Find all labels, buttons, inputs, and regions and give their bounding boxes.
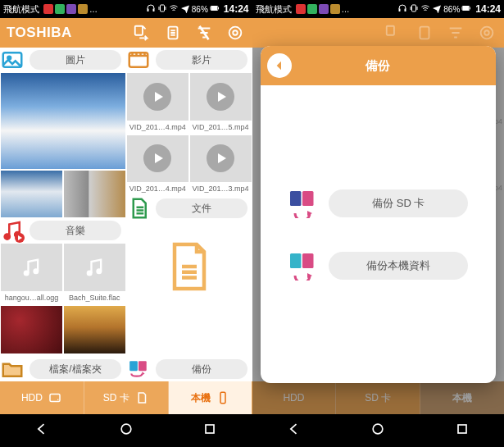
modal-row-sd: 備份 SD 卡 <box>288 189 468 218</box>
backup-sd-button[interactable]: 備份 SD 卡 <box>329 189 468 217</box>
airplane-icon <box>180 3 190 15</box>
modal-row-local: 備份本機資料 <box>288 251 468 281</box>
phone-right: 飛航模式 … 86% 14:24 X mp4 mp4 <box>252 0 505 447</box>
recents-icon[interactable] <box>202 421 218 440</box>
home-icon[interactable] <box>370 421 386 440</box>
tab-local[interactable]: 本機 <box>169 381 252 414</box>
svg-rect-32 <box>387 26 394 35</box>
video-caption: VID_201…3.mp4 <box>189 183 252 196</box>
svg-rect-26 <box>399 9 401 12</box>
transfer-icon[interactable] <box>131 22 152 43</box>
backup-modal: 備份 備份 SD 卡 備份本機資料 <box>261 46 497 383</box>
docs-empty <box>126 221 252 357</box>
home-icon[interactable] <box>118 421 134 440</box>
music-thumb[interactable] <box>1 244 62 291</box>
videos-button[interactable]: 影片 <box>156 50 247 70</box>
svg-point-16 <box>87 271 93 276</box>
svg-rect-41 <box>302 253 314 268</box>
video-thumb[interactable] <box>190 73 252 121</box>
more-icon: … <box>342 5 350 14</box>
svg-point-24 <box>121 424 131 434</box>
back-icon[interactable] <box>286 421 302 440</box>
video-thumb[interactable] <box>190 135 252 183</box>
docs-button[interactable]: 文件 <box>156 198 247 218</box>
tab-hdd[interactable]: HDD <box>0 381 84 414</box>
source-tabs: HDD SD 卡 本機 <box>0 381 252 414</box>
app-dot-icon <box>319 4 329 14</box>
svg-rect-2 <box>160 5 164 11</box>
app-dot-icon <box>307 4 317 14</box>
airplane-mode-label: 飛航模式 <box>3 3 39 16</box>
picture-thumb[interactable] <box>1 171 62 218</box>
battery-icon <box>461 3 471 15</box>
pictures-icon <box>0 48 25 72</box>
app-dot-icon <box>296 4 306 14</box>
pictures-button[interactable]: 圖片 <box>30 50 121 70</box>
docs-icon <box>126 196 151 221</box>
tab-local-label: 本機 <box>452 391 472 405</box>
settings-icon[interactable] <box>225 22 246 43</box>
svg-point-17 <box>97 268 102 274</box>
play-icon <box>143 144 171 172</box>
tab-hdd-label: HDD <box>283 392 304 404</box>
svg-rect-40 <box>290 253 302 268</box>
headphones-icon <box>397 3 407 15</box>
music-caption: Music_…ve.flac <box>63 354 126 358</box>
tab-sd-label: SD 卡 <box>103 391 129 405</box>
tab-sd[interactable]: SD 卡 <box>84 381 169 414</box>
picture-thumb[interactable] <box>1 73 125 169</box>
picture-thumb[interactable] <box>64 171 125 218</box>
svg-rect-31 <box>470 7 470 9</box>
music-caption: Dream…ble.flac <box>0 354 63 358</box>
transfer-icon <box>383 22 404 43</box>
wifi-icon <box>420 3 430 15</box>
modal-title: 備份 <box>366 58 390 74</box>
back-icon[interactable] <box>34 421 50 440</box>
video-thumb[interactable] <box>127 135 188 183</box>
videos-icon <box>126 48 151 72</box>
svg-rect-1 <box>152 9 154 12</box>
recents-icon[interactable] <box>454 421 470 440</box>
svg-rect-33 <box>420 27 429 39</box>
app-toolbar: X <box>252 18 505 48</box>
svg-rect-38 <box>290 191 302 206</box>
svg-point-22 <box>57 399 59 401</box>
tab-sd: SD 卡 <box>336 381 420 414</box>
music-thumb[interactable] <box>64 306 125 353</box>
clock-label: 14:24 <box>224 3 249 15</box>
svg-rect-23 <box>220 392 225 404</box>
settings-icon <box>476 22 497 43</box>
battery-percent: 86% <box>192 5 208 14</box>
headphones-icon <box>146 3 156 15</box>
music-thumb[interactable] <box>64 244 125 291</box>
svg-point-9 <box>233 30 238 35</box>
video-thumb[interactable] <box>127 73 188 121</box>
clipboard-icon[interactable] <box>162 22 184 43</box>
col-right: 影片 VID_201…4.mp4 VID_201…5.mp4 <box>126 48 252 357</box>
status-bar: 飛航模式 … 86% 14:24 <box>252 0 505 18</box>
svg-rect-27 <box>405 9 406 12</box>
modal-back-button[interactable] <box>267 53 292 78</box>
backup-local-button[interactable]: 備份本機資料 <box>329 252 468 280</box>
svg-point-34 <box>481 27 493 39</box>
battery-icon <box>210 3 220 15</box>
files-folders-button[interactable]: 檔案/檔案夾 <box>30 359 121 379</box>
action-row: 檔案/檔案夾 備份 <box>0 357 252 381</box>
svg-rect-39 <box>302 191 314 206</box>
play-icon <box>143 83 171 111</box>
phone-icon <box>216 390 230 405</box>
backup-button[interactable]: 備份 <box>156 359 247 379</box>
app-dot-icon <box>55 4 65 14</box>
filter-icon[interactable] <box>193 22 215 43</box>
music-caption: hangou…all.ogg <box>0 292 63 305</box>
svg-rect-5 <box>218 7 219 9</box>
airplane-mode-label: 飛航模式 <box>256 3 292 16</box>
music-button[interactable]: 音樂 <box>30 221 121 240</box>
svg-point-35 <box>484 30 489 35</box>
music-thumb[interactable] <box>1 306 62 353</box>
backup-icon <box>126 357 151 381</box>
airplane-icon <box>432 3 442 15</box>
folder-icon <box>0 357 25 381</box>
music-icon <box>0 218 25 243</box>
sd-backup-icon <box>288 189 317 218</box>
